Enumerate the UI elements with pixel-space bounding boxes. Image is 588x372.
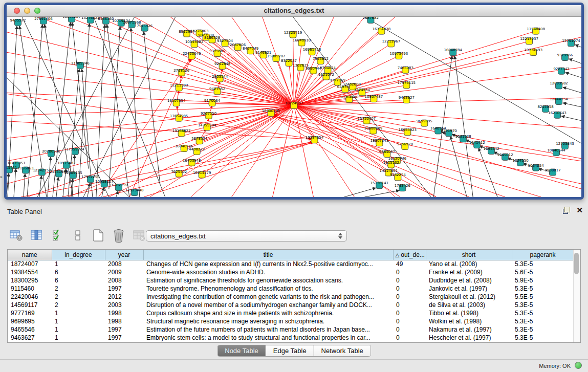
table-cell[interactable]: 5.3E-5 xyxy=(512,334,574,342)
table-cell[interactable]: 2 xyxy=(52,301,105,309)
close-panel-icon[interactable]: ✕ xyxy=(576,207,583,214)
table-row[interactable]: 2242004622012Investigating the contribut… xyxy=(8,293,574,301)
table-cell[interactable]: 1997 xyxy=(105,325,143,334)
table-cell[interactable]: 5.3E-5 xyxy=(512,309,574,317)
table-cell[interactable]: 9465546 xyxy=(8,325,52,334)
citation-network-graph[interactable]: 9405572276914061065528715276022846616010… xyxy=(7,17,581,197)
table-cell[interactable]: Jankovic et al. (1997) xyxy=(426,285,512,293)
table-cell[interactable]: 2 xyxy=(52,285,105,293)
table-cell[interactable]: Structural magnetic resonance image aver… xyxy=(143,317,393,325)
table-row[interactable]: 911546021997Tourette syndrome. Phenomeno… xyxy=(8,285,574,293)
float-panel-icon[interactable] xyxy=(563,207,570,214)
table-cell[interactable]: de Silva et al. (2003) xyxy=(426,301,512,309)
network-view-window[interactable]: citations_edges.txt 94055722769140610655… xyxy=(4,3,584,200)
table-selector-dropdown[interactable]: citations_edges.txt xyxy=(146,230,347,242)
column-header-in-degree[interactable]: in_degree xyxy=(52,250,105,260)
table-cell[interactable]: 6 xyxy=(52,276,105,285)
table-cell[interactable]: Estimation of significance thresholds fo… xyxy=(143,276,393,285)
table-cell[interactable]: Tourette syndrome. Phenomenology and cla… xyxy=(143,285,393,293)
table-row[interactable]: 1872400712008Changes of HCN gene express… xyxy=(8,260,574,268)
table-row[interactable]: 1456911722003Disruption of a novel membe… xyxy=(8,301,574,309)
table-cell[interactable]: 0 xyxy=(393,293,426,301)
table-cell[interactable]: Embryonic stem cells: a model to study s… xyxy=(143,334,393,342)
table-cell[interactable]: 2008 xyxy=(105,260,143,268)
table-cell[interactable]: Hescheler et al. (1997) xyxy=(426,334,512,342)
column-header-title[interactable]: title xyxy=(143,250,393,260)
column-header-short[interactable]: short xyxy=(426,250,512,260)
column-header-out-de-[interactable]: △out_de... xyxy=(393,250,426,260)
table-row[interactable]: 946362711997Embryonic stem cells: a mode… xyxy=(8,334,574,342)
table-cell[interactable]: 0 xyxy=(393,301,426,309)
column-header-year[interactable]: year xyxy=(105,250,143,260)
table-cell[interactable]: 1998 xyxy=(105,317,143,325)
table-cell[interactable]: 5.3E-5 xyxy=(512,317,574,325)
table-settings-button[interactable] xyxy=(9,228,24,243)
table-cell[interactable]: Nakamura et al. (1997) xyxy=(426,325,512,334)
table-cell[interactable]: 5.3E-5 xyxy=(512,325,574,334)
table-column-button[interactable] xyxy=(30,228,44,243)
table-cell[interactable]: Estimation of the future numbers of pati… xyxy=(143,325,393,334)
table-cell[interactable]: 2009 xyxy=(105,268,143,276)
table-cell[interactable]: 22420046 xyxy=(8,293,52,301)
new-table-button[interactable] xyxy=(91,228,105,243)
table-cell[interactable]: 9777169 xyxy=(8,309,52,317)
table-cell[interactable]: 2008 xyxy=(105,276,143,285)
table-cell[interactable]: 1997 xyxy=(105,285,143,293)
table-cell[interactable]: 6 xyxy=(52,268,105,276)
table-cell[interactable]: 2012 xyxy=(105,293,143,301)
table-row[interactable]: 1830029562008Estimation of significance … xyxy=(8,276,574,285)
node-attribute-table[interactable]: namein_degreeyeartitle△out_de...shortpag… xyxy=(7,249,581,343)
table-cell[interactable]: 9699695 xyxy=(8,317,52,325)
table-vertical-scrollbar[interactable] xyxy=(573,250,580,342)
table-cell[interactable]: Disruption of a novel member of a sodium… xyxy=(143,301,393,309)
table-cell[interactable]: Franke et al. (2009) xyxy=(426,268,512,276)
tab-network-table[interactable]: Network Table xyxy=(314,345,371,356)
table-cell[interactable]: 0 xyxy=(393,309,426,317)
table-cell[interactable]: Changes of HCN gene expression and I(f) … xyxy=(143,260,393,268)
table-row[interactable]: 977716911998Corpus callosum shape and si… xyxy=(8,309,574,317)
scrollbar-thumb[interactable] xyxy=(574,253,579,274)
table-row[interactable]: 1938455462009Genome-wide association stu… xyxy=(8,268,574,276)
tab-node-table[interactable]: Node Table xyxy=(217,345,266,356)
table-cell[interactable]: 1 xyxy=(52,325,105,334)
table-cell[interactable]: 2003 xyxy=(105,301,143,309)
table-cell[interactable]: 14569117 xyxy=(8,301,52,309)
table-cell[interactable]: Dudbridge et al. (2008) xyxy=(426,276,512,285)
table-cell[interactable]: 9115460 xyxy=(8,285,52,293)
table-row[interactable]: 946554611997Estimation of the future num… xyxy=(8,325,574,334)
table-cell[interactable]: 0 xyxy=(393,285,426,293)
table-cell[interactable]: 5.3E-5 xyxy=(512,260,574,268)
table-cell[interactable]: 1 xyxy=(52,334,105,342)
table-cell[interactable]: 18300295 xyxy=(8,276,52,285)
table-cell[interactable]: 1998 xyxy=(105,309,143,317)
table-cell[interactable]: 19384554 xyxy=(8,268,52,276)
table-row[interactable]: 969969511998Structural magnetic resonanc… xyxy=(8,317,574,325)
table-cell[interactable]: Yano et al. (2008) xyxy=(426,260,512,268)
table-cell[interactable]: 0 xyxy=(393,325,426,334)
table-cell[interactable]: 0 xyxy=(393,276,426,285)
table-cell[interactable]: 5.3E-5 xyxy=(512,301,574,309)
table-cell[interactable]: Wolkin et al. (1998) xyxy=(426,317,512,325)
select-checks-button[interactable] xyxy=(50,228,64,243)
table-cell[interactable]: 1 xyxy=(52,260,105,268)
table-cell[interactable]: 5.9E-5 xyxy=(512,276,574,285)
table-cell[interactable]: 0 xyxy=(393,268,426,276)
table-cell[interactable]: 0 xyxy=(393,334,426,342)
table-cell[interactable]: Stergiakouli et al. (2012) xyxy=(426,293,512,301)
table-cell[interactable]: 2 xyxy=(52,293,105,301)
table-cell[interactable]: Genome-wide association studies in ADHD. xyxy=(143,268,393,276)
table-cell[interactable]: 5.5E-5 xyxy=(512,293,574,301)
table-cell[interactable]: 5.3E-5 xyxy=(512,285,574,293)
delete-table-disabled-button[interactable] xyxy=(132,228,146,243)
row-height-button[interactable] xyxy=(71,228,85,243)
table-cell[interactable]: Investigating the contribution of common… xyxy=(143,293,393,301)
table-cell[interactable]: 1 xyxy=(52,317,105,325)
table-cell[interactable]: 49 xyxy=(393,260,426,268)
table-cell[interactable]: 18724007 xyxy=(8,260,52,268)
table-cell[interactable]: 1 xyxy=(52,309,105,317)
table-cell[interactable]: 1997 xyxy=(105,334,143,342)
network-window-titlebar[interactable]: citations_edges.txt xyxy=(7,5,581,17)
table-cell[interactable]: Tibbo et al. (1998) xyxy=(426,309,512,317)
delete-trash-button[interactable] xyxy=(112,228,126,243)
table-cell[interactable]: Corpus callosum shape and size in male p… xyxy=(143,309,393,317)
